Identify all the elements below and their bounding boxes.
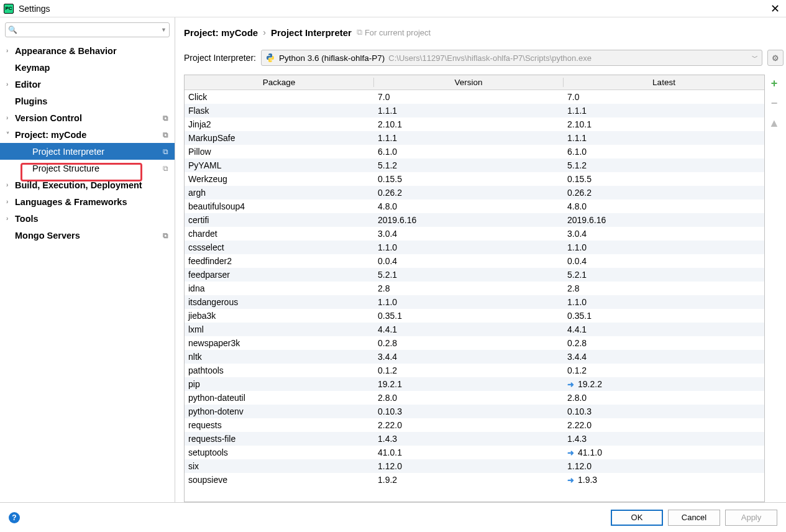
table-row[interactable]: MarkupSafe1.1.11.1.1 <box>185 131 764 145</box>
column-latest[interactable]: Latest <box>564 78 764 87</box>
cell-version: 2.22.0 <box>374 420 564 430</box>
table-row[interactable]: chardet3.0.43.0.4 <box>185 227 764 241</box>
app-logo-icon: PC <box>4 4 14 14</box>
table-row[interactable]: feedfinder20.0.40.0.4 <box>185 254 764 268</box>
close-icon[interactable]: ✕ <box>768 2 782 16</box>
cell-version: 1.9.2 <box>374 475 564 485</box>
table-row[interactable]: nltk3.4.43.4.4 <box>185 350 764 364</box>
cell-latest: 0.10.3 <box>567 406 592 416</box>
sidebar-item-label: Tools <box>15 214 39 224</box>
cell-package: Jinja2 <box>185 119 374 129</box>
table-row[interactable]: requests2.22.02.22.0 <box>185 418 764 432</box>
cell-version: 0.10.3 <box>374 406 564 416</box>
table-row[interactable]: python-dateutil2.8.02.8.0 <box>185 391 764 405</box>
cell-latest: 2.8.0 <box>567 393 587 403</box>
sidebar-item-tools[interactable]: ›Tools <box>0 210 175 227</box>
table-row[interactable]: soupsieve1.9.2➜1.9.3 <box>185 473 764 487</box>
chevron-right-icon: › <box>6 181 15 188</box>
cell-package: Flask <box>185 106 374 116</box>
sidebar-item-languages-frameworks[interactable]: ›Languages & Frameworks <box>0 193 175 210</box>
chevron-right-icon: › <box>6 215 15 222</box>
search-input[interactable]: 🔍 ▼ <box>5 22 170 37</box>
sidebar-item-project-interpreter[interactable]: Project Interpreter⧉ <box>0 143 175 160</box>
sidebar-item-plugins[interactable]: Plugins <box>0 93 175 109</box>
cell-version: 6.1.0 <box>374 147 564 157</box>
table-row[interactable]: setuptools41.0.1➜41.1.0 <box>185 446 764 459</box>
sidebar-item-label: Build, Execution, Deployment <box>15 180 142 190</box>
sidebar-item-project-mycode[interactable]: ˅Project: myCode⧉ <box>0 126 175 143</box>
upgrade-package-button[interactable]: ▲ <box>767 116 782 131</box>
cell-package: MarkupSafe <box>185 133 374 143</box>
table-row[interactable]: idna2.82.8 <box>185 282 764 295</box>
table-row[interactable]: itsdangerous1.1.01.1.0 <box>185 295 764 309</box>
sidebar-item-label: Project: myCode <box>15 130 86 140</box>
cell-latest: 2.22.0 <box>567 420 592 430</box>
cell-package: pip <box>185 379 374 389</box>
table-row[interactable]: pip19.2.1➜19.2.2 <box>185 377 764 391</box>
cell-latest: 5.1.2 <box>567 160 587 170</box>
table-row[interactable]: feedparser5.2.15.2.1 <box>185 268 764 282</box>
sidebar-item-appearance-behavior[interactable]: ›Appearance & Behavior <box>0 42 175 59</box>
column-package[interactable]: Package <box>185 78 374 87</box>
copy-icon: ⧉ <box>357 27 362 37</box>
update-arrow-icon: ➜ <box>567 448 574 457</box>
table-row[interactable]: Click7.07.0 <box>185 90 764 104</box>
interpreter-selected: Python 3.6 (hiflask-ohlfa-P7) <box>279 53 385 63</box>
table-row[interactable]: lxml4.4.14.4.1 <box>185 323 764 336</box>
help-icon[interactable]: ? <box>9 512 20 523</box>
sidebar-item-keymap[interactable]: Keymap <box>0 59 175 76</box>
cell-package: setuptools <box>185 447 374 457</box>
cell-package: soupsieve <box>185 475 374 485</box>
table-row[interactable]: Pillow6.1.06.1.0 <box>185 145 764 158</box>
apply-button[interactable]: Apply <box>725 510 777 526</box>
sidebar-item-label: Appearance & Behavior <box>15 46 117 56</box>
cell-version: 2019.6.16 <box>374 215 564 225</box>
breadcrumb-scope: ⧉ For current project <box>357 27 431 37</box>
cell-package: feedparser <box>185 270 374 280</box>
table-row[interactable]: certifi2019.6.162019.6.16 <box>185 213 764 227</box>
add-package-button[interactable]: + <box>767 76 782 91</box>
breadcrumb: Project: myCode › Project Interpreter ⧉ … <box>184 24 786 41</box>
table-row[interactable]: python-dotenv0.10.30.10.3 <box>185 405 764 418</box>
table-row[interactable]: Werkzeug0.15.50.15.5 <box>185 172 764 186</box>
table-row[interactable]: beautifulsoup44.8.04.8.0 <box>185 200 764 213</box>
remove-package-button[interactable]: − <box>767 96 782 111</box>
table-row[interactable]: requests-file1.4.31.4.3 <box>185 432 764 446</box>
table-row[interactable]: Jinja22.10.12.10.1 <box>185 117 764 131</box>
sidebar-item-build-execution-deployment[interactable]: ›Build, Execution, Deployment <box>0 177 175 193</box>
gear-icon[interactable]: ⚙ <box>767 50 784 66</box>
cell-package: six <box>185 461 374 471</box>
copy-icon: ⧉ <box>163 231 168 240</box>
table-row[interactable]: newspaper3k0.2.80.2.8 <box>185 336 764 350</box>
cell-package: Werkzeug <box>185 174 374 184</box>
search-field[interactable] <box>17 25 161 35</box>
chevron-down-icon[interactable]: ▼ <box>161 27 167 33</box>
sidebar-item-editor[interactable]: ›Editor <box>0 76 175 93</box>
cell-latest: 2019.6.16 <box>567 215 606 225</box>
cell-version: 3.0.4 <box>374 229 564 239</box>
cell-package: python-dotenv <box>185 406 374 416</box>
table-row[interactable]: six1.12.01.12.0 <box>185 459 764 473</box>
ok-button[interactable]: OK <box>611 510 663 526</box>
table-row[interactable]: jieba3k0.35.10.35.1 <box>185 309 764 323</box>
table-row[interactable]: pathtools0.1.20.1.2 <box>185 364 764 377</box>
cell-package: nltk <box>185 352 374 362</box>
sidebar-item-label: Version Control <box>15 113 82 123</box>
chevron-right-icon: › <box>6 47 15 54</box>
update-arrow-icon: ➜ <box>567 475 574 485</box>
cell-version: 2.8.0 <box>374 393 564 403</box>
table-row[interactable]: argh0.26.20.26.2 <box>185 186 764 200</box>
footer: ? OK Cancel Apply <box>0 502 786 532</box>
column-version[interactable]: Version <box>374 78 564 87</box>
table-row[interactable]: Flask1.1.11.1.1 <box>185 104 764 117</box>
cancel-button[interactable]: Cancel <box>668 510 720 526</box>
interpreter-dropdown[interactable]: Python 3.6 (hiflask-ohlfa-P7) C:\Users\1… <box>261 50 762 66</box>
cell-version: 0.26.2 <box>374 188 564 198</box>
cell-version: 1.1.1 <box>374 106 564 116</box>
sidebar-item-project-structure[interactable]: Project Structure⧉ <box>0 160 175 177</box>
sidebar-item-version-control[interactable]: ›Version Control⧉ <box>0 109 175 126</box>
table-row[interactable]: cssselect1.1.01.1.0 <box>185 241 764 254</box>
sidebar-item-mongo-servers[interactable]: Mongo Servers⧉ <box>0 227 175 244</box>
cell-latest: 0.1.2 <box>567 365 587 375</box>
table-row[interactable]: PyYAML5.1.25.1.2 <box>185 158 764 172</box>
